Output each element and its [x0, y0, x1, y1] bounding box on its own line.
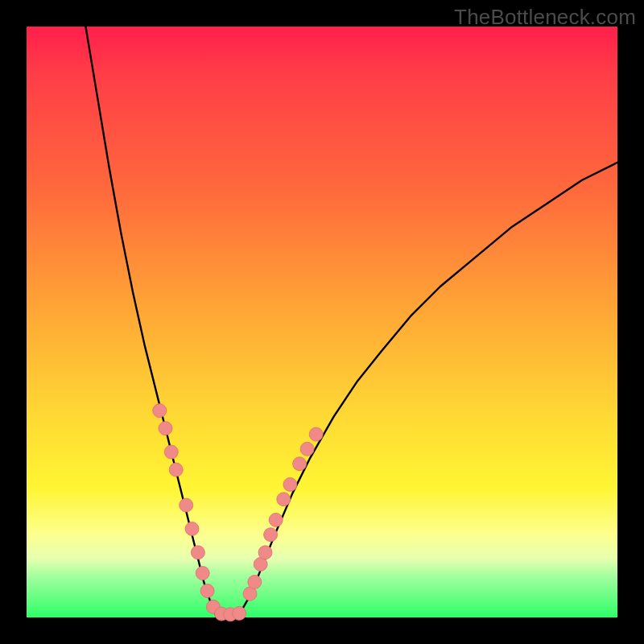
data-point [269, 513, 283, 526]
chart-frame: TheBottleneck.com [0, 0, 644, 644]
data-point [169, 463, 183, 477]
data-point [180, 498, 193, 512]
data-point [233, 606, 246, 620]
watermark-text: TheBottleneck.com [454, 5, 636, 30]
curve-group [85, 27, 617, 617]
data-point [196, 567, 209, 580]
data-point [264, 528, 278, 542]
chart-svg [27, 27, 617, 617]
data-point [191, 546, 204, 559]
bottleneck-curve [85, 27, 617, 617]
data-point [258, 546, 272, 559]
data-point [283, 477, 297, 491]
data-point [309, 427, 323, 441]
data-point [200, 584, 214, 598]
data-point [248, 576, 262, 589]
data-point [153, 404, 167, 418]
data-point [159, 422, 172, 436]
data-point [277, 493, 291, 506]
plot-area [27, 27, 617, 617]
data-point [185, 522, 199, 535]
data-point [293, 457, 307, 471]
data-point [164, 445, 178, 459]
dots-group [153, 404, 324, 621]
data-point [300, 442, 314, 456]
